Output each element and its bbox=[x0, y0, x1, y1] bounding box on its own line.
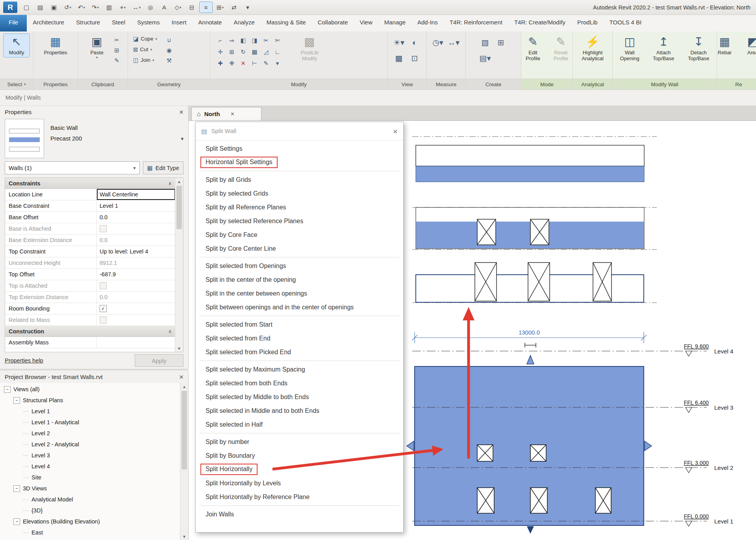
checkbox-unchecked[interactable] bbox=[100, 282, 107, 289]
tab-collaborate[interactable]: Collaborate bbox=[312, 15, 354, 31]
expander-icon[interactable]: − bbox=[13, 397, 20, 404]
menu-item-split-selected-from-start[interactable]: Split selected from Start bbox=[196, 318, 403, 331]
new-file-icon[interactable]: ▢ bbox=[20, 2, 33, 13]
close-icon[interactable]: × bbox=[393, 127, 398, 135]
expander-icon[interactable]: − bbox=[13, 485, 20, 492]
scroll-down-icon[interactable]: ▼ bbox=[180, 533, 188, 540]
delete-icon[interactable]: ✕ bbox=[238, 58, 248, 68]
wall-grip-right[interactable] bbox=[645, 441, 652, 451]
view-tab-north[interactable]: ⌂ North × bbox=[191, 107, 261, 120]
property-value-top-offset[interactable]: -687.9 bbox=[97, 269, 175, 280]
menu-item-split-horizontally-by-levels[interactable]: Split Horizontally by Levels bbox=[196, 476, 403, 490]
cut-geometry-button[interactable]: ⊠Cut▾ bbox=[132, 44, 158, 54]
split-gap-icon[interactable]: ✄ bbox=[272, 35, 283, 46]
lightbulb-icon[interactable]: ☀▾ bbox=[392, 36, 406, 49]
menu-item-split-between-openings-and-in-the-center-of-openings[interactable]: Split between openings and in the center… bbox=[196, 300, 403, 314]
close-icon[interactable]: × bbox=[179, 373, 183, 381]
menu-item-horizontal-split-settings[interactable]: Horizontal Split Settings bbox=[196, 155, 403, 169]
tab-file[interactable]: File bbox=[0, 15, 27, 31]
menu-item-split-selected-in-middle-and-to-both-ends[interactable]: Split selected in Middle and to both End… bbox=[196, 404, 403, 418]
3d-view-icon[interactable]: ◇▾ bbox=[172, 2, 184, 13]
tree-item-site[interactable]: Site bbox=[0, 472, 180, 483]
tab-prodlib[interactable]: ProdLib bbox=[571, 15, 604, 31]
copy-to-clipboard-icon[interactable]: ⊞ bbox=[112, 46, 122, 55]
tree-item-3d-views[interactable]: −3D Views bbox=[0, 483, 180, 494]
area-button[interactable]: ◩Area bbox=[740, 34, 756, 57]
level-name-text[interactable]: Level 4 bbox=[714, 348, 733, 355]
apply-button[interactable]: Apply bbox=[135, 354, 183, 367]
browser-scrollbar[interactable]: ▲ ▼ bbox=[180, 383, 188, 540]
collapse-icon[interactable]: ∧ bbox=[168, 181, 172, 186]
menu-item-split-in-the-center-of-the-opening[interactable]: Split in the center of the opening bbox=[196, 273, 403, 287]
checkbox-unchecked[interactable] bbox=[100, 225, 107, 232]
reset-profile-button[interactable]: ✎Reset Profile bbox=[548, 34, 573, 63]
thin-lines-icon[interactable]: ≡ bbox=[199, 2, 213, 13]
level-name-text[interactable]: Level 2 bbox=[714, 464, 733, 471]
demolish-icon[interactable]: ⚒ bbox=[164, 56, 174, 65]
mirror-pick-icon[interactable]: ◧ bbox=[238, 35, 248, 46]
close-icon[interactable]: × bbox=[179, 108, 183, 116]
cope-button[interactable]: ◪Cope▾ bbox=[132, 34, 158, 44]
element-filter-combo[interactable]: Walls (1) ▾ bbox=[5, 161, 140, 174]
properties-button[interactable]: ▦ Properties bbox=[42, 34, 69, 57]
cut-to-clipboard-icon[interactable]: ✂ bbox=[112, 35, 122, 44]
property-value-top-constraint[interactable]: Up to level: Level 4 bbox=[97, 246, 175, 257]
tree-item-views-all[interactable]: −Views (all) bbox=[0, 384, 180, 395]
wall-grip-bottom[interactable] bbox=[527, 526, 534, 534]
property-value-room-bounding[interactable]: ✓ bbox=[97, 303, 175, 314]
menu-item-split-by-boundary[interactable]: Split by Boundary bbox=[196, 449, 403, 462]
property-value-base-constraint[interactable]: Level 1 bbox=[97, 200, 175, 211]
expander-icon[interactable]: − bbox=[4, 386, 11, 393]
property-value-base-is-attached[interactable] bbox=[97, 223, 175, 234]
undo-icon[interactable]: ↶▾ bbox=[75, 2, 88, 13]
offset-icon[interactable]: ⇒ bbox=[226, 35, 237, 46]
edit-type-button[interactable]: ▦ Edit Type bbox=[143, 161, 183, 174]
property-value-assembly-mass[interactable] bbox=[97, 337, 175, 348]
mirror-axis-icon[interactable]: ◨ bbox=[249, 35, 260, 46]
menu-item-split-in-the-center-between-openings[interactable]: Split in the center between openings bbox=[196, 287, 403, 300]
tag-icon[interactable]: ◎ bbox=[144, 2, 157, 13]
prodlib-modify-button[interactable]: ▩ ProdLib Modify bbox=[291, 34, 328, 63]
close-icon[interactable]: × bbox=[231, 111, 234, 118]
menu-item-split-settings[interactable]: Split Settings bbox=[196, 142, 403, 155]
detach-top-base-button[interactable]: ↧Detach Top/Base bbox=[682, 34, 715, 63]
menu-item-split-by-number[interactable]: Split by number bbox=[196, 435, 403, 449]
align-icon[interactable]: ⌐ bbox=[215, 35, 226, 46]
menu-item-split-by-all-reference-planes[interactable]: Split by all Reference Planes bbox=[196, 200, 403, 214]
edit-profile-button[interactable]: ✎Edit Profile bbox=[521, 34, 546, 63]
join-geometry-button[interactable]: ◫Join▾ bbox=[132, 55, 158, 65]
hide-elements-icon[interactable]: ◐ bbox=[408, 36, 421, 49]
highlight-analytical-button[interactable]: ⚡Highlight Analytical bbox=[574, 34, 611, 63]
section-icon[interactable]: ⊟ bbox=[185, 2, 198, 13]
menu-item-split-horizontally-by-reference-plane[interactable]: Split Horizontally by Reference Plane bbox=[196, 490, 403, 504]
tab-architecture[interactable]: Architecture bbox=[27, 15, 70, 31]
property-value-base-offset[interactable]: 0.0 bbox=[97, 212, 175, 223]
tree-item-level-1-analytical[interactable]: Level 1 - Analytical bbox=[0, 417, 180, 428]
scrollbar-thumb[interactable] bbox=[176, 186, 182, 229]
menu-item-split-horizontally[interactable]: Split Horizontally bbox=[196, 462, 403, 476]
measure-tool-icon[interactable]: ◷▾ bbox=[431, 36, 445, 49]
switch-windows-icon[interactable]: ⊞▾ bbox=[214, 2, 226, 13]
more-tools-icon[interactable]: ▾ bbox=[272, 58, 283, 68]
tab-annotate[interactable]: Annotate bbox=[192, 15, 228, 31]
wall-grip-left[interactable] bbox=[407, 441, 414, 451]
scroll-down-icon[interactable]: ▼ bbox=[175, 345, 183, 352]
checkbox-unchecked[interactable] bbox=[100, 316, 107, 324]
property-value-base-extension-distance[interactable]: 0.0 bbox=[97, 235, 175, 246]
tab-insert[interactable]: Insert bbox=[166, 15, 193, 31]
menu-item-split-by-core-face[interactable]: Split by Core Face bbox=[196, 228, 403, 242]
tree-item-analytical-model[interactable]: Analytical Model bbox=[0, 494, 180, 505]
tab-t4r-create-modify[interactable]: T4R: Create/Modify bbox=[508, 15, 571, 31]
property-value-top-is-attached[interactable] bbox=[97, 280, 175, 291]
expander-icon[interactable]: − bbox=[13, 518, 20, 525]
unpin-icon[interactable]: ✙ bbox=[226, 58, 237, 68]
tab-tools-4-bi[interactable]: TOOLS 4 BI bbox=[604, 15, 647, 31]
legend-component-icon[interactable]: ▤▾ bbox=[478, 52, 492, 65]
chevron-down-icon[interactable]: ▾ bbox=[181, 136, 183, 142]
scroll-up-icon[interactable]: ▲ bbox=[175, 178, 183, 185]
menu-item-split-by-core-center-line[interactable]: Split by Core Center Line bbox=[196, 242, 403, 255]
create-similar-icon[interactable]: ⊞ bbox=[494, 36, 508, 49]
tree-item-east[interactable]: East bbox=[0, 527, 180, 538]
dimension-tool-icon[interactable]: ↔▾ bbox=[447, 36, 460, 49]
tab-structure[interactable]: Structure bbox=[70, 15, 106, 31]
